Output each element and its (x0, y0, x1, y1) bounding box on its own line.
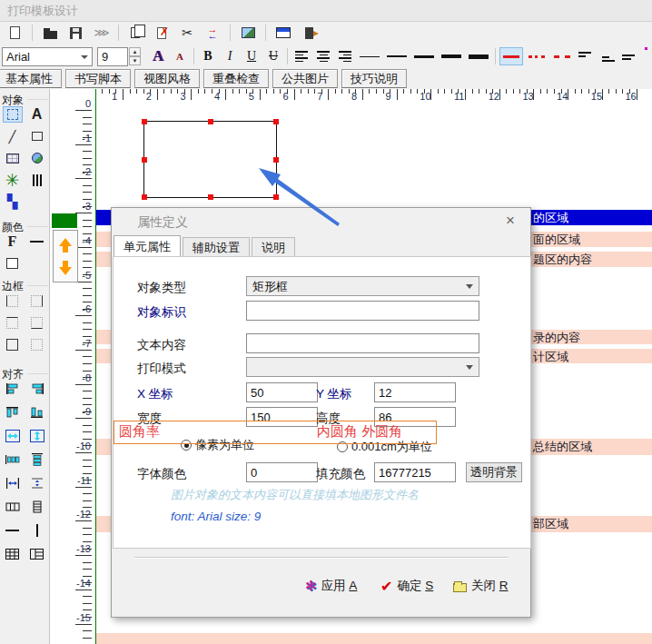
main-tab-6[interactable]: 技巧说明 (341, 69, 407, 88)
distribute-vertical-button[interactable] (27, 451, 47, 468)
transparent-background-button[interactable]: 透明背景 (466, 462, 522, 482)
resize-handle-w[interactable] (142, 157, 147, 163)
border-top-button[interactable] (3, 314, 23, 331)
resize-handle-nw[interactable] (142, 119, 147, 124)
table-tool-button[interactable] (3, 150, 23, 166)
delete-button[interactable] (151, 23, 173, 43)
line-width-3-button[interactable] (414, 55, 434, 58)
main-tab-5[interactable]: 公共图片 (272, 69, 338, 88)
line-style-solid-button[interactable] (499, 47, 523, 65)
equal-row-button[interactable] (27, 499, 47, 515)
ok-button[interactable]: ✔ 确定 S (380, 575, 433, 597)
main-tab-2[interactable]: 书写脚本 (65, 69, 131, 88)
close-button[interactable]: 关闭 R (453, 575, 509, 597)
object-id-input[interactable] (246, 301, 479, 321)
line-bottom-button[interactable] (598, 46, 617, 66)
window-style-button[interactable] (272, 23, 294, 43)
line-middle-button[interactable] (619, 46, 639, 66)
move-up-button[interactable] (59, 238, 72, 253)
image-tool-button[interactable] (27, 150, 47, 166)
insert-picture-button[interactable] (237, 23, 259, 43)
equal-column-button[interactable] (3, 499, 23, 515)
resize-handle-n[interactable] (208, 119, 213, 124)
y-coordinate-input[interactable] (374, 382, 456, 402)
save-button[interactable] (64, 23, 86, 43)
fill-color-button[interactable] (3, 255, 23, 272)
pattern-tool-button[interactable]: ▚ (3, 193, 23, 210)
font-family-select[interactable]: Arial (2, 47, 93, 66)
resize-handle-e[interactable] (273, 157, 279, 163)
rect-tool-button[interactable] (27, 128, 47, 144)
resize-handle-ne[interactable] (273, 119, 279, 124)
bold-button[interactable]: B (198, 46, 218, 66)
new-file-button[interactable] (4, 23, 25, 43)
horizontal-line-button[interactable] (3, 522, 23, 539)
equal-height-button[interactable] (27, 475, 47, 491)
dialog-tab-1[interactable]: 单元属性 (114, 235, 181, 257)
swap-button[interactable]: →← (202, 23, 223, 43)
apply-button[interactable]: ✻ 应用 A (305, 575, 357, 597)
text-tool-button[interactable]: A (27, 106, 47, 123)
font-size-input[interactable]: 9 (97, 47, 128, 66)
x-coordinate-input[interactable] (246, 382, 318, 402)
center-vertical-button[interactable] (27, 428, 47, 444)
font-color-input[interactable] (246, 462, 318, 482)
underline-button[interactable]: U (242, 46, 262, 66)
resize-handle-se[interactable] (273, 194, 279, 200)
cut-button[interactable]: ✂ (176, 23, 198, 43)
border-right-button[interactable] (27, 292, 47, 309)
exit-button[interactable] (298, 23, 320, 43)
line-width-2-button[interactable] (387, 55, 407, 57)
move-down-button[interactable] (59, 261, 72, 275)
border-all-button[interactable] (3, 336, 23, 352)
border-left-button[interactable] (3, 292, 23, 309)
align-objects-bottom-button[interactable] (27, 404, 47, 421)
copy-button[interactable] (125, 23, 147, 43)
object-type-select[interactable]: 矩形框 (246, 276, 479, 296)
font-color-button[interactable]: F (3, 233, 23, 250)
stepper-up-icon[interactable]: ▲ (129, 47, 141, 56)
align-right-button[interactable] (335, 46, 355, 66)
align-objects-right-button[interactable] (27, 381, 47, 397)
print-preview-button[interactable]: ⋙ (90, 23, 112, 43)
grid-split-button[interactable] (27, 546, 47, 562)
dialog-tab-3[interactable]: 说明 (252, 237, 295, 257)
fill-color-input[interactable] (374, 462, 456, 482)
align-left-button[interactable] (291, 46, 311, 66)
center-horizontal-button[interactable] (3, 428, 23, 444)
align-center-button[interactable] (313, 46, 333, 66)
align-objects-left-button[interactable] (3, 381, 23, 397)
font-grow-button[interactable]: A (148, 46, 168, 66)
main-tab-3[interactable]: 视图风格 (134, 69, 200, 88)
special-tool-button[interactable]: ✳ (3, 172, 23, 188)
font-shrink-button[interactable]: A (170, 46, 190, 66)
dialog-tab-2[interactable]: 辅助设置 (183, 237, 250, 257)
line-width-1-button[interactable] (360, 56, 380, 57)
grid-button[interactable] (3, 546, 23, 562)
selected-rectangle-object[interactable] (143, 121, 277, 198)
align-objects-top-button[interactable] (3, 404, 23, 421)
italic-button[interactable]: I (220, 46, 240, 66)
line-width-5-button[interactable] (469, 54, 489, 59)
dialog-close-icon[interactable]: × (501, 212, 519, 230)
print-mode-select[interactable] (246, 357, 479, 377)
vertical-line-button[interactable] (27, 522, 47, 539)
line-width-4-button[interactable] (441, 54, 461, 58)
border-bottom-button[interactable] (27, 314, 47, 331)
line-style-dashed-button[interactable] (550, 47, 574, 65)
barcode-tool-button[interactable] (27, 172, 47, 188)
line-style-dotted-button[interactable] (525, 47, 548, 65)
text-content-input[interactable] (246, 333, 479, 353)
line-tool-button[interactable]: ╱ (3, 128, 23, 144)
line-top-button[interactable] (576, 46, 596, 66)
canvas-row-8[interactable] (96, 633, 652, 644)
distribute-horizontal-button[interactable] (3, 451, 23, 468)
border-none-button[interactable] (27, 336, 47, 352)
resize-handle-sw[interactable] (142, 194, 147, 200)
line-color-button[interactable] (27, 233, 47, 250)
equal-width-button[interactable] (3, 475, 23, 491)
open-file-button[interactable] (39, 23, 61, 43)
main-tab-1[interactable]: 基本属性 (0, 69, 62, 88)
strikethrough-button[interactable]: U (263, 46, 283, 66)
stepper-down-icon[interactable]: ▼ (129, 56, 141, 65)
